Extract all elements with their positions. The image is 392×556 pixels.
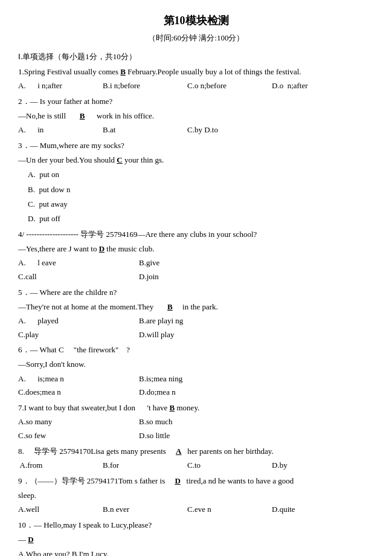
q7-options-row1: A.so many B.so much: [18, 416, 374, 428]
q9-text1: 9．（——）导学号 25794171Tom s father is D tire…: [18, 474, 374, 488]
q8-options: A.from B.for C.to D.by: [18, 459, 374, 472]
q5-options-row1: A. played B.are playi ng: [18, 315, 374, 328]
q4-text2: —Yes,there are J want to D the music clu…: [18, 242, 374, 256]
q6-options-row2: C.does;mea n D.do;mea n: [18, 386, 374, 399]
q4-options-row2: C.call D.join: [18, 271, 374, 283]
q8-text: 8. 导学号 25794170Lisa gets many presents A…: [18, 445, 374, 458]
page-title: 第10模块检测: [18, 12, 374, 30]
q2-text2: —No,he is still B work in his office.: [18, 109, 374, 123]
q10-text1: 10．— Hello,may I speak to Lucy,please?: [18, 519, 374, 532]
q4-options-row1: A. l eave B.give: [18, 257, 374, 270]
page-subtitle: （时间:60分钟 满分:100分）: [18, 32, 374, 45]
q2-options: A. in B.at C.by D.to: [18, 124, 374, 137]
q5-options-row2: C.play D.will play: [18, 329, 374, 341]
q9-options: A.well B.n ever C.eve n D.quite: [18, 503, 374, 516]
q6-text4: —Sorry,I don't know.: [18, 358, 374, 371]
q6-text1: 6．— What C "the firework" ?: [18, 343, 374, 357]
q5-text1: 5．— Where are the childre n?: [18, 286, 374, 299]
q3-text2: —Un der your bed.You should C your thin …: [18, 154, 374, 167]
q3-options: A. put on B. put dow n C. put away D. pu…: [18, 168, 374, 225]
q10-text2: — D: [18, 533, 374, 546]
q5-text2: —They're not at home at the moment.They …: [18, 300, 374, 314]
page-container: 第10模块检测 （时间:60分钟 满分:100分） Ⅰ.单项选择（每小题1分，共…: [18, 12, 374, 556]
q7-options-row2: C.so few D.so little: [18, 430, 374, 442]
q9-text3: sleep.: [18, 489, 374, 502]
q6-options-row1: A. is;mea n B.is;mea ning: [18, 373, 374, 386]
q7-text: 7.I want to buy that sweater,but I don '…: [18, 401, 374, 415]
q1-options: A. i n;after B.i n;before C.o n;before D…: [18, 80, 374, 92]
section1-header: Ⅰ.单项选择（每小题1分，共10分）: [18, 51, 374, 63]
q4-text1: 4/ -------------------- 导学号 25794169—Are…: [18, 228, 374, 241]
q10-opts-row1: A.Who are you? B.I'm Lucy.: [18, 548, 374, 556]
q1-text: 1.Spring Festival usually comes B Februa…: [18, 65, 374, 79]
q2-text1: 2．— Is your father at home?: [18, 95, 374, 108]
q3-text1: 3．— Mum,where are my socks?: [18, 139, 374, 152]
